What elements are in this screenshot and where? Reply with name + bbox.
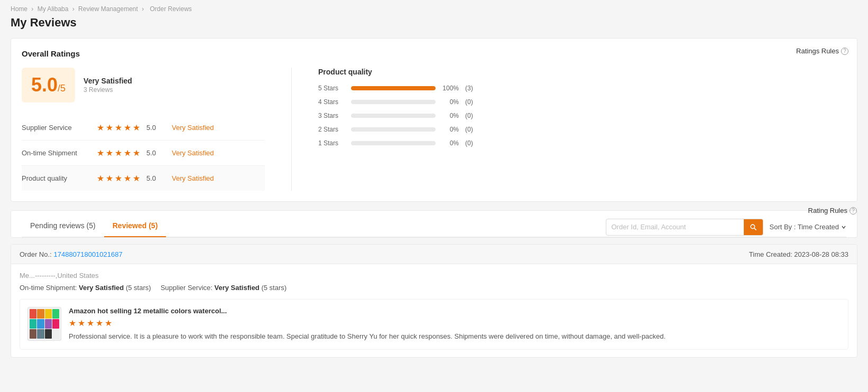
- supplier-label: Supplier Service:: [161, 284, 215, 292]
- tab-pending[interactable]: Pending reviews (5): [22, 217, 104, 237]
- reviews-section: Order No.: 174880718001021687 Time Creat…: [11, 244, 857, 358]
- ontime-shipment-label: On-time Shipment: [22, 149, 90, 157]
- big-score-denom: /5: [58, 83, 66, 94]
- search-input[interactable]: [606, 223, 744, 231]
- rating-row-product-quality: Product quality ★ ★ ★ ★ ★ 5.0 Very Satis…: [22, 166, 265, 191]
- breadcrumb: Home › My Alibaba › Review Management › …: [11, 0, 857, 16]
- supplier-service-stars: ★ ★ ★ ★ ★: [97, 123, 140, 133]
- bar-count-5: (3): [465, 85, 473, 92]
- tabs-bar: Pending reviews (5) Reviewed (5) Sort By…: [22, 211, 846, 237]
- rating-row-ontime-shipment: On-time Shipment ★ ★ ★ ★ ★ 5.0 Very Sati…: [22, 141, 265, 166]
- reviews-count: 3 Reviews: [84, 86, 132, 94]
- score-box: 5.0/5 Very Satisfied 3 Reviews: [22, 68, 265, 102]
- order-no-link[interactable]: 174880718001021687: [54, 250, 123, 258]
- bar-fill-5: [351, 86, 436, 90]
- rating-row-supplier-service: Supplier Service ★ ★ ★ ★ ★ 5.0 Very Sati…: [22, 115, 265, 141]
- bar-count-3: (0): [465, 112, 473, 119]
- product-review-text: Professional service. It is a pleasure t…: [69, 331, 841, 342]
- reviewer-name: Me...---------,United States: [20, 272, 99, 279]
- rating-rows: Supplier Service ★ ★ ★ ★ ★ 5.0 Very Sati…: [22, 115, 265, 191]
- bar-track-2: [351, 127, 436, 132]
- product-quality-stars: ★ ★ ★ ★ ★: [97, 173, 140, 183]
- tabs-container: Rating Rules ? Pending reviews (5) Revie…: [11, 210, 857, 238]
- bar-row-2: 2 Stars 0% (0): [318, 126, 846, 133]
- bar-label-2: 2 Stars: [318, 126, 345, 133]
- sort-by[interactable]: Sort By : Time Created: [770, 223, 847, 231]
- ontime-label: On-time Shipment:: [20, 284, 79, 292]
- bar-track-5: [351, 86, 436, 90]
- search-icon: [749, 223, 757, 231]
- big-score-box: 5.0/5: [22, 68, 75, 102]
- bar-label-3: 3 Stars: [318, 112, 345, 119]
- score-details: Very Satisfied 3 Reviews: [84, 77, 132, 94]
- tab-actions: Sort By : Time Created: [606, 219, 847, 236]
- product-quality-status: Very Satisfied: [172, 174, 214, 182]
- order-no-label: Order No.:: [20, 250, 52, 258]
- big-score-number: 5.0: [31, 74, 58, 96]
- info-icon-2: ?: [849, 207, 857, 214]
- bar-pct-2: 0%: [442, 126, 459, 133]
- bar-pct-3: 0%: [442, 112, 459, 119]
- left-ratings: 5.0/5 Very Satisfied 3 Reviews Supplier …: [22, 68, 265, 191]
- supplier-service-label: Supplier Service: [22, 124, 90, 132]
- bar-count-1: (0): [465, 139, 473, 147]
- search-button[interactable]: [744, 219, 763, 236]
- ontime-stars: (5 stars): [126, 284, 151, 292]
- tab-reviewed[interactable]: Reviewed (5): [104, 217, 167, 237]
- bar-label-4: 4 Stars: [318, 98, 345, 106]
- page-title: My Reviews: [11, 16, 857, 30]
- overall-ratings-card: Ratings Rules ? Overall Ratings 5.0/5 Ve…: [11, 38, 857, 202]
- vertical-divider: [291, 68, 292, 191]
- supplier-stars: (5 stars): [261, 284, 287, 292]
- order-no-container: Order No.: 174880718001021687: [20, 250, 123, 258]
- bar-track-3: [351, 114, 436, 118]
- bar-row-4: 4 Stars 0% (0): [318, 98, 846, 106]
- right-ratings: Product quality 5 Stars 100% (3) 4 Stars: [318, 68, 846, 191]
- ontime-shipment-score: 5.0: [146, 149, 165, 157]
- bar-count-4: (0): [465, 98, 473, 106]
- ontime-shipment-status: Very Satisfied: [172, 149, 214, 157]
- reviewer-info: Me...---------,United States: [20, 272, 848, 279]
- product-review: Amazon hot selling 12 metallic colors wa…: [20, 299, 848, 350]
- score-label: Very Satisfied: [84, 77, 132, 85]
- product-quality-label: Product quality: [22, 174, 90, 182]
- product-name: Amazon hot selling 12 metallic colors wa…: [69, 307, 841, 315]
- info-icon: ?: [841, 48, 848, 55]
- bar-row-1: 1 Stars 0% (0): [318, 139, 846, 147]
- time-created: Time Created: 2023-08-28 08:33: [749, 250, 848, 258]
- product-review-stars: ★ ★ ★ ★ ★: [69, 318, 841, 328]
- review-header: Order No.: 174880718001021687 Time Creat…: [11, 245, 857, 264]
- bar-label-1: 1 Stars: [318, 139, 345, 147]
- bar-pct-1: 0%: [442, 139, 459, 147]
- review-meta: On-time Shipment: Very Satisfied (5 star…: [20, 284, 848, 292]
- chevron-down-icon: [841, 225, 846, 230]
- bar-row-5: 5 Stars 100% (3): [318, 85, 846, 92]
- ratings-content: 5.0/5 Very Satisfied 3 Reviews Supplier …: [22, 68, 846, 191]
- product-quality-chart-title: Product quality: [318, 68, 846, 76]
- bar-pct-5: 100%: [442, 85, 459, 92]
- supplier-service-status: Very Satisfied: [172, 124, 214, 132]
- ontime-shipment-stars: ★ ★ ★ ★ ★: [97, 148, 140, 158]
- bar-row-3: 3 Stars 0% (0): [318, 112, 846, 119]
- product-quality-score: 5.0: [146, 174, 165, 182]
- supplier-value: Very Satisfied: [215, 284, 260, 292]
- bar-rows: 5 Stars 100% (3) 4 Stars 0%: [318, 85, 846, 147]
- bar-count-2: (0): [465, 126, 473, 133]
- bar-pct-4: 0%: [442, 98, 459, 106]
- bar-track-1: [351, 141, 436, 145]
- bar-label-5: 5 Stars: [318, 85, 345, 92]
- product-info: Amazon hot selling 12 metallic colors wa…: [69, 307, 841, 342]
- review-body: Me...---------,United States On-time Shi…: [11, 264, 857, 357]
- ratings-rules-link[interactable]: Ratings Rules ?: [796, 47, 848, 55]
- search-box: [606, 219, 763, 236]
- ontime-value: Very Satisfied: [79, 284, 124, 292]
- bar-track-4: [351, 100, 436, 104]
- review-card: Order No.: 174880718001021687 Time Creat…: [11, 244, 857, 358]
- product-thumbnail: [27, 307, 61, 341]
- supplier-service-score: 5.0: [146, 124, 165, 132]
- overall-ratings-title: Overall Ratings: [22, 49, 846, 58]
